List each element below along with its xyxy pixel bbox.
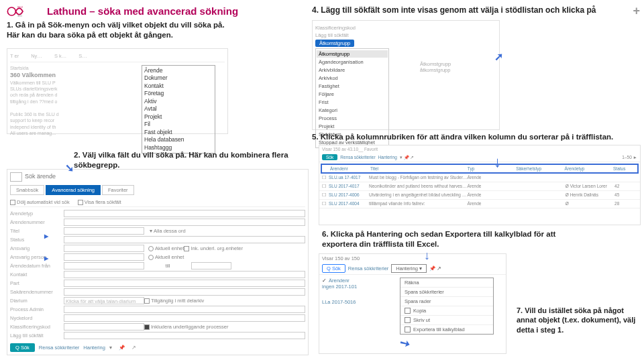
- hantering-dropdown[interactable]: Räkna Spara sökkriterier Spara rader Kop…: [400, 278, 494, 335]
- step-6-text: 6. Klicka på Hantering och sedan Exporte…: [322, 229, 590, 249]
- table-row[interactable]: ☐SLU.ua 17-4017Must be blogg - Förfrågan…: [319, 174, 640, 182]
- status-input[interactable]: [64, 236, 305, 243]
- nyckelord-input[interactable]: [64, 314, 305, 322]
- app-logo: SLU 360: [7, 4, 28, 20]
- datum-till-input[interactable]: [191, 262, 231, 269]
- step-7-text: 7. Vill du istället söka på något annat …: [517, 306, 637, 335]
- search-object-dropdown[interactable]: ÄrendeDokumer KontaktFöretag AktivAvtal …: [142, 65, 215, 154]
- share-icon[interactable]: ↗: [131, 345, 136, 351]
- svg-text:360: 360: [17, 14, 22, 17]
- menu-item-spara-rader[interactable]: Spara rader: [400, 297, 493, 306]
- ansvarig-person-input[interactable]: [64, 253, 144, 261]
- svg-point-0: [7, 7, 15, 15]
- datum-fran-input[interactable]: [64, 262, 144, 269]
- arrow-icon: ↓: [424, 249, 430, 263]
- klass-input[interactable]: [64, 323, 144, 330]
- tab-snabbsok[interactable]: Snabbsök: [10, 185, 44, 195]
- radio-aktuell[interactable]: [148, 246, 154, 251]
- step-2-text: 2. Välj vilka fält du vill söka på. Här …: [74, 150, 302, 170]
- menu-item-rakna[interactable]: Räkna: [400, 278, 493, 288]
- menu-item-kopia[interactable]: Kopia: [400, 306, 493, 316]
- arrow-icon: ➚: [494, 50, 503, 63]
- sok-button[interactable]: Q Sök: [322, 264, 345, 273]
- arrow-icon: ↓: [494, 154, 501, 171]
- arendetyp-input[interactable]: [64, 210, 305, 217]
- rensa-link[interactable]: Rensa sökkriterier: [39, 345, 79, 351]
- arrow-icon: ➘: [397, 335, 413, 353]
- arrow-icon: ▶: [44, 255, 48, 261]
- screenshot-hantering-menu: Visar 150 av 150 ↓ Q Sök Rensa sökkriter…: [319, 253, 506, 354]
- rensa-link[interactable]: Rensa sökkriterier: [348, 265, 388, 272]
- screenshot-results-table: Visar 150 av 43.10__ Favorit Sök Rensa s…: [319, 145, 641, 225]
- field-pill[interactable]: Åtkomstgrupp: [315, 40, 354, 47]
- step-1-text: 1. Gå in på Sök-menyn och välj vilket ob…: [7, 20, 241, 40]
- table-header[interactable]: Ärendenr Titel Typ Säkerhetstyp Ärendety…: [321, 164, 639, 174]
- tab-favoriter[interactable]: Favoriter: [102, 185, 134, 195]
- sok-button[interactable]: Q Sök: [10, 343, 35, 352]
- table-row[interactable]: ☐SLU 2017-4017Neonikotinöer and putland …: [319, 182, 640, 191]
- sakarende-input[interactable]: [64, 288, 305, 296]
- hantering-link[interactable]: Hantering: [83, 345, 105, 351]
- screenshot-search-menu: T erNy… S k…S… Startsida 360 Välkommen V…: [7, 48, 228, 134]
- table-row[interactable]: ☐SLU 2017-4004tilllämpad vilande Info fa…: [319, 200, 640, 208]
- plus-icon: +: [633, 4, 640, 18]
- menu-item-skriv-ut[interactable]: Skriv ut: [400, 316, 493, 325]
- field-option[interactable]: Åtkomstgrupp: [317, 50, 388, 58]
- rensa-link[interactable]: Rensa sökkriterier: [340, 155, 375, 160]
- diarium-input[interactable]: Klicka för att välja talan-diarium: [64, 297, 144, 304]
- excel-icon: [405, 326, 411, 333]
- checkbox-dolj[interactable]: [10, 200, 15, 205]
- print-icon: [405, 317, 411, 323]
- table-row[interactable]: ☐SLU 2017-4006Utvärdering i en angelägen…: [319, 191, 640, 200]
- process-admin-input[interactable]: [64, 306, 305, 313]
- arrow-icon: ▶: [44, 233, 48, 239]
- arrow-icon: ➘: [65, 162, 74, 174]
- menu-item-exportera[interactable]: Exportera till kalkylblad: [400, 325, 493, 334]
- titel-input[interactable]: [64, 227, 144, 235]
- arendenummer-input[interactable]: [64, 219, 305, 226]
- step-5-text: 5. Klicka på kolumnrubriken för att ändr…: [312, 133, 641, 141]
- pin-icon[interactable]: 📌: [119, 345, 125, 351]
- kontakt-input[interactable]: [64, 271, 305, 278]
- part-input[interactable]: [64, 280, 305, 287]
- page-title: Lathund – söka med avancerad sökning: [47, 5, 238, 17]
- ansvarig-input[interactable]: [64, 245, 144, 252]
- svg-text:SLU: SLU: [17, 5, 23, 9]
- menu-item-spara-kriterier[interactable]: Spara sökkriterier: [400, 288, 493, 297]
- logo-icon: SLU 360: [7, 4, 28, 19]
- hantering-button[interactable]: Hantering ▾: [391, 264, 427, 273]
- lagg-till-sokfalt-input[interactable]: [64, 332, 305, 339]
- tab-avancerad[interactable]: Avancerad sökning: [46, 185, 101, 195]
- checkbox-visa[interactable]: [78, 200, 83, 205]
- screenshot-add-field-list: Klassificeringskod Lägg till sökfält Åtk…: [312, 20, 500, 130]
- hantering-link[interactable]: Hantering: [378, 155, 397, 160]
- copy-icon: [405, 308, 411, 314]
- form-icon: [10, 172, 22, 182]
- screenshot-advanced-search-form: Sök ärende ➘ Snabbsök Avancerad sökning …: [7, 169, 309, 355]
- sok-button[interactable]: Sök: [322, 154, 337, 160]
- step-4-text: 4. Lägg till sökfält som inte visas geno…: [312, 5, 627, 15]
